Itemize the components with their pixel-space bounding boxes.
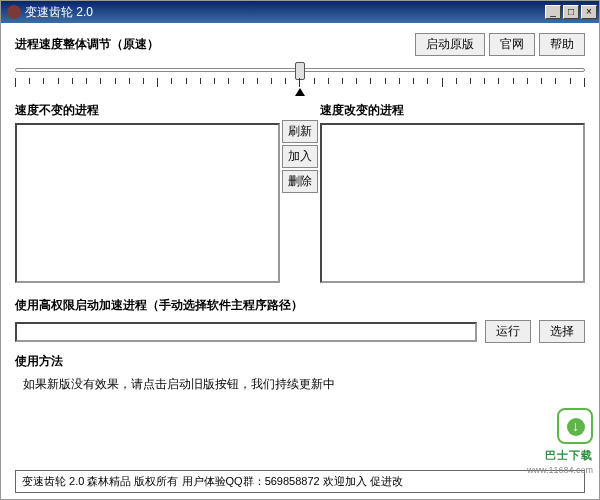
path-label: 使用高权限启动加速进程（手动选择软件主程序路径） (15, 297, 585, 314)
path-section: 使用高权限启动加速进程（手动选择软件主程序路径） 运行 选择 (15, 297, 585, 343)
path-row: 运行 选择 (15, 320, 585, 343)
changed-list-column: 速度改变的进程 (320, 102, 585, 283)
titlebar: 变速齿轮 2.0 _ □ × (1, 1, 599, 23)
help-button[interactable]: 帮助 (539, 33, 585, 56)
window-controls: _ □ × (545, 5, 597, 19)
launch-original-button[interactable]: 启动原版 (415, 33, 485, 56)
slider-ticks (15, 78, 585, 88)
watermark-badge: 巴士下载 www.11684.com (527, 408, 593, 475)
content: 进程速度整体调节（原速） 启动原版 官网 帮助 速度不变的进程 刷新 加入 删除… (1, 23, 599, 399)
refresh-button[interactable]: 刷新 (282, 120, 318, 143)
run-button[interactable]: 运行 (485, 320, 531, 343)
download-icon (557, 408, 593, 444)
status-footer: 变速齿轮 2.0 森林精品 版权所有 用户体验QQ群：569858872 欢迎加… (15, 470, 585, 493)
maximize-button[interactable]: □ (563, 5, 579, 19)
close-button[interactable]: × (581, 5, 597, 19)
unchanged-listbox[interactable] (15, 123, 280, 283)
usage-title: 使用方法 (15, 353, 585, 370)
header-row: 进程速度整体调节（原速） 启动原版 官网 帮助 (15, 33, 585, 56)
slider-pointer-icon (295, 88, 305, 96)
speed-slider[interactable] (15, 62, 585, 98)
app-icon (7, 5, 21, 19)
speed-label: 进程速度整体调节（原速） (15, 36, 411, 53)
unchanged-list-column: 速度不变的进程 (15, 102, 280, 283)
official-site-button[interactable]: 官网 (489, 33, 535, 56)
changed-listbox[interactable] (320, 123, 585, 283)
process-lists: 速度不变的进程 刷新 加入 删除 速度改变的进程 (15, 102, 585, 283)
remove-button[interactable]: 删除 (282, 170, 318, 193)
choose-button[interactable]: 选择 (539, 320, 585, 343)
usage-section: 使用方法 如果新版没有效果，请点击启动旧版按钮，我们持续更新中 (15, 353, 585, 393)
watermark-title: 巴士下载 (545, 449, 593, 461)
usage-text: 如果新版没有效果，请点击启动旧版按钮，我们持续更新中 (15, 376, 585, 393)
watermark-url: www.11684.com (527, 465, 593, 475)
unchanged-list-title: 速度不变的进程 (15, 102, 280, 119)
changed-list-title: 速度改变的进程 (320, 102, 585, 119)
minimize-button[interactable]: _ (545, 5, 561, 19)
window-title: 变速齿轮 2.0 (25, 4, 545, 21)
add-button[interactable]: 加入 (282, 145, 318, 168)
list-action-buttons: 刷新 加入 删除 (280, 102, 320, 283)
path-input[interactable] (15, 322, 477, 342)
